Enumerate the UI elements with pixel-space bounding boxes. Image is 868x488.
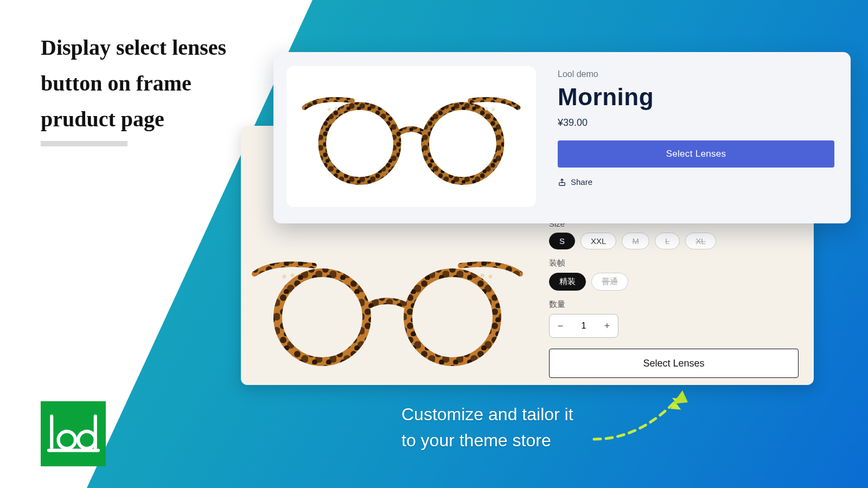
size-option-xl: XL bbox=[685, 233, 716, 249]
svg-point-9 bbox=[481, 274, 484, 278]
svg-point-4 bbox=[278, 273, 367, 362]
svg-point-14 bbox=[322, 106, 397, 181]
glasses-icon bbox=[252, 244, 523, 374]
share-label: Share bbox=[571, 177, 592, 187]
size-option-l: L bbox=[655, 233, 680, 249]
headline-text: Display select lenses button on frame pr… bbox=[41, 30, 269, 137]
quantity-decrease-button[interactable]: − bbox=[550, 314, 571, 337]
binding-label: 装帧 bbox=[549, 258, 799, 268]
svg-point-18 bbox=[492, 107, 495, 111]
quantity-increase-button[interactable]: + bbox=[596, 314, 618, 337]
svg-point-7 bbox=[291, 274, 295, 278]
svg-point-24 bbox=[58, 432, 75, 449]
svg-point-15 bbox=[425, 106, 500, 181]
size-option-xxl[interactable]: XXL bbox=[580, 233, 616, 249]
product-title: Morning bbox=[558, 84, 834, 111]
footer-caption: Customize and tailor it to your theme st… bbox=[401, 401, 573, 453]
quantity-label: 数量 bbox=[549, 299, 799, 310]
svg-marker-22 bbox=[673, 390, 688, 404]
glasses-icon bbox=[300, 87, 522, 187]
headline-underline bbox=[41, 141, 127, 146]
quantity-stepper: − + bbox=[549, 314, 618, 338]
size-options: S XXL M L XL bbox=[549, 233, 799, 249]
size-option-m: M bbox=[622, 233, 649, 249]
quantity-input[interactable] bbox=[571, 321, 596, 331]
select-lenses-button-primary[interactable]: Select Lenses bbox=[558, 140, 834, 168]
binding-options: 精装 普通 bbox=[549, 273, 799, 291]
share-button[interactable]: Share bbox=[558, 177, 834, 187]
binding-option-hardcover[interactable]: 精装 bbox=[549, 273, 586, 291]
binding-option-normal: 普通 bbox=[591, 273, 628, 291]
share-icon bbox=[558, 178, 566, 187]
svg-point-25 bbox=[78, 432, 95, 449]
svg-point-5 bbox=[408, 273, 497, 362]
svg-point-16 bbox=[328, 107, 331, 111]
footer-line-2: to your theme store bbox=[401, 427, 573, 453]
product-card-primary: Lool demo Morning ¥39.00 Select Lenses S… bbox=[273, 52, 851, 223]
product-price: ¥39.00 bbox=[558, 117, 834, 129]
arrow-icon bbox=[591, 380, 700, 445]
product-image-primary bbox=[286, 66, 536, 207]
size-option-s[interactable]: S bbox=[549, 233, 575, 249]
brand-logo bbox=[41, 401, 106, 466]
select-lenses-button-secondary[interactable]: Select Lenses bbox=[549, 349, 799, 378]
vendor-label: Lool demo bbox=[558, 69, 834, 79]
svg-point-8 bbox=[489, 275, 493, 279]
svg-point-17 bbox=[334, 107, 337, 110]
svg-point-6 bbox=[283, 275, 286, 279]
footer-line-1: Customize and tailor it bbox=[401, 401, 573, 427]
svg-point-19 bbox=[484, 107, 488, 110]
